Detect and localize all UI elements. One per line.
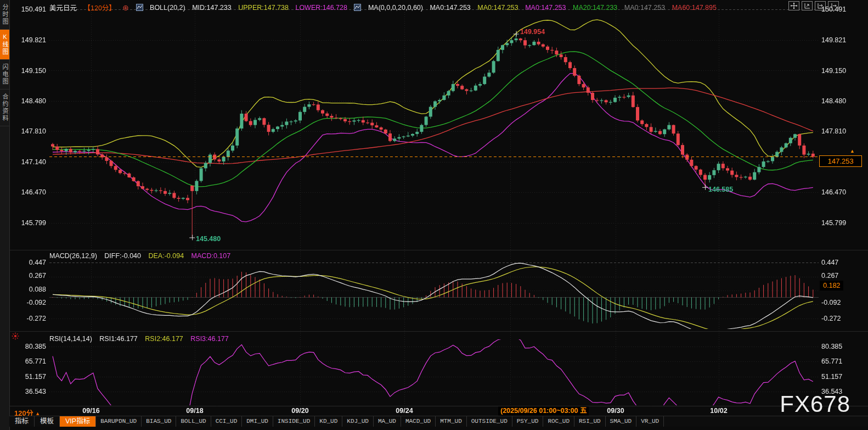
sidebar-item-flash[interactable]: 闪电图	[0, 60, 9, 90]
macd-axis-label: -0.272	[821, 315, 841, 322]
boll-lower: LOWER:146.728	[295, 4, 347, 12]
price-axis-label: 150.491	[11, 5, 46, 13]
tab-template[interactable]: 模板	[35, 416, 60, 427]
date-label: 09/16	[82, 407, 99, 415]
tab-roc-ud[interactable]: ROC_UD	[543, 416, 574, 427]
rsi-axis-label: 80.385	[11, 343, 46, 350]
price-axis-label: 150.491	[821, 5, 846, 13]
tab-sma-ud[interactable]: SMA_UD	[606, 416, 637, 427]
date-label: 09/30	[607, 407, 624, 415]
price-axis-label: 149.150	[11, 67, 46, 75]
macd-axis-label: -0.092	[821, 299, 841, 306]
price-pin-icon[interactable]: ▲	[850, 148, 855, 154]
chart-canvas[interactable]	[0, 0, 868, 430]
rsi-axis-label: 51.157	[11, 373, 46, 381]
macd-axis-label: 0.088	[11, 286, 46, 293]
date-label: 09/20	[291, 407, 308, 415]
ma-title: MA(0,0,0,20,0,60)	[368, 4, 423, 12]
macd-axis-label: 0.447	[11, 259, 46, 266]
swing-low-label: 146.585	[708, 186, 733, 193]
tab-ma-ud[interactable]: MA_UD	[374, 416, 401, 427]
ma20-value: MA20:147.233	[573, 4, 617, 12]
tab-inside-ud[interactable]: INSIDE_UD	[273, 416, 315, 427]
ma0-value-4: MA0:147.253	[624, 4, 665, 12]
tab-psy-ud[interactable]: PSY_UD	[512, 416, 544, 427]
chart-window: 分时图 K线图 闪电图 合约资料 美元日元 【120分】 ⊕ BOLL(20,2…	[0, 0, 868, 430]
boll-chart-icon[interactable]	[136, 4, 143, 11]
last-price-badge: 147.253	[819, 155, 862, 167]
tab-vip-indicator[interactable]: VIP指标	[60, 416, 96, 427]
rsi-axis-label: 65.771	[821, 358, 842, 365]
boll-upper: UPPER:147.738	[238, 4, 289, 12]
sidebar-item-contract-info[interactable]: 合约资料	[0, 90, 9, 126]
macd-value: MACD:0.107	[191, 252, 231, 260]
period-label[interactable]: 【120分】	[84, 4, 116, 12]
ma-chart-icon[interactable]	[354, 4, 361, 11]
macd-axis-label: 0.447	[821, 259, 838, 266]
tab-indicator[interactable]: 指标	[9, 416, 35, 427]
tab-macd-ud[interactable]: MACD_UD	[401, 416, 436, 427]
price-axis-label: 149.821	[821, 36, 846, 44]
rsi3-value: RSI3:46.177	[190, 335, 229, 343]
rsi-axis-label: 51.157	[821, 373, 842, 381]
boll-title: BOLL(20,2)	[150, 4, 185, 12]
axis-scale-icon[interactable]	[802, 1, 813, 10]
price-axis-label: 148.480	[821, 97, 846, 105]
alert-sun-icon[interactable]	[12, 332, 19, 342]
boll-mid: MID:147.233	[192, 4, 232, 12]
price-axis-label: 147.810	[11, 127, 46, 135]
fx678-watermark: FX678	[780, 391, 850, 417]
tab-mtm-ud[interactable]: MTM_UD	[436, 416, 467, 427]
price-axis-label: 149.150	[821, 67, 846, 75]
rsi2-value: RSI2:46.177	[145, 335, 183, 343]
price-axis-label: 146.470	[821, 188, 846, 196]
date-label: 10/02	[710, 407, 727, 415]
ma0-value-3: MA0:147.253	[525, 4, 566, 12]
price-axis-label: 147.140	[11, 158, 46, 166]
ma0-value-2: MA0:147.253	[477, 4, 518, 12]
rsi-header: RSI(14,14,14) RSI1:46.177 RSI2:46.177 RS…	[49, 335, 234, 343]
price-axis-label: 146.470	[11, 188, 46, 196]
price-axis-label: 149.821	[11, 36, 46, 44]
macd-axis-label: -0.272	[11, 315, 46, 322]
sidebar: 分时图 K线图 闪电图 合约资料	[0, 0, 10, 430]
price-axis-label: 145.799	[11, 219, 46, 227]
tab-kd-ud[interactable]: KD_UD	[315, 416, 342, 427]
symbol-name: 美元日元	[49, 4, 77, 12]
tab-kdj-ud[interactable]: KDJ_UD	[342, 416, 374, 427]
tab-boll-ud[interactable]: BOLL_UD	[176, 416, 211, 427]
macd-axis-label: -0.092	[11, 299, 46, 306]
macd-diff: DIFF:-0.040	[104, 252, 141, 260]
tab-barupdn-ud[interactable]: BARUPDN_UD	[96, 416, 142, 427]
tab-outside-ud[interactable]: OUTSIDE_UD	[467, 416, 512, 427]
add-indicator-icon[interactable]: ⊕	[122, 3, 129, 12]
high-price-label: 149.954	[520, 28, 545, 36]
tab-cci-ud[interactable]: CCI_UD	[211, 416, 243, 427]
macd-header: MACD(26,12,9) DIFF:-0.040 DEA:-0.094 MAC…	[49, 252, 236, 260]
price-axis-label: 148.480	[11, 97, 46, 105]
macd-current-badge: 0.182	[820, 281, 843, 291]
macd-title[interactable]: MACD(26,12,9)	[49, 252, 97, 260]
rsi-axis-label: 36.543	[11, 388, 46, 395]
tab-vr-ud[interactable]: VR_UD	[636, 416, 664, 427]
date-label: 09/24	[396, 407, 413, 415]
tab-bias-ud[interactable]: BIAS_UD	[142, 416, 176, 427]
pan-move-icon[interactable]	[788, 1, 799, 10]
rsi-title[interactable]: RSI(14,14,14)	[49, 335, 92, 343]
sidebar-item-timeline[interactable]: 分时图	[0, 0, 9, 30]
chart-header: 美元日元 【120分】 ⊕ BOLL(20,2) MID:147.233 UPP…	[49, 2, 722, 13]
ma0-value-1: MA0:147.253	[430, 4, 470, 12]
crosshair-time-tooltip: (2025/09/26 01:00~03:00 五	[498, 406, 589, 416]
tab-rsi-ud[interactable]: RSI_UD	[574, 416, 606, 427]
date-label: 09/18	[186, 407, 203, 415]
low-price-label: 145.480	[196, 235, 221, 243]
tab-dmi-ud[interactable]: DMI_UD	[242, 416, 273, 427]
macd-axis-label: 0.267	[821, 272, 838, 280]
rsi-axis-label: 65.771	[11, 358, 46, 365]
ma60-value: MA60:147.895	[672, 4, 717, 12]
macd-axis-label: 0.267	[11, 272, 46, 280]
sidebar-item-kline[interactable]: K线图	[0, 30, 9, 60]
rsi1-value: RSI1:46.177	[99, 335, 138, 343]
rsi-axis-label: 80.385	[821, 343, 842, 350]
price-axis-label: 145.799	[821, 219, 846, 227]
